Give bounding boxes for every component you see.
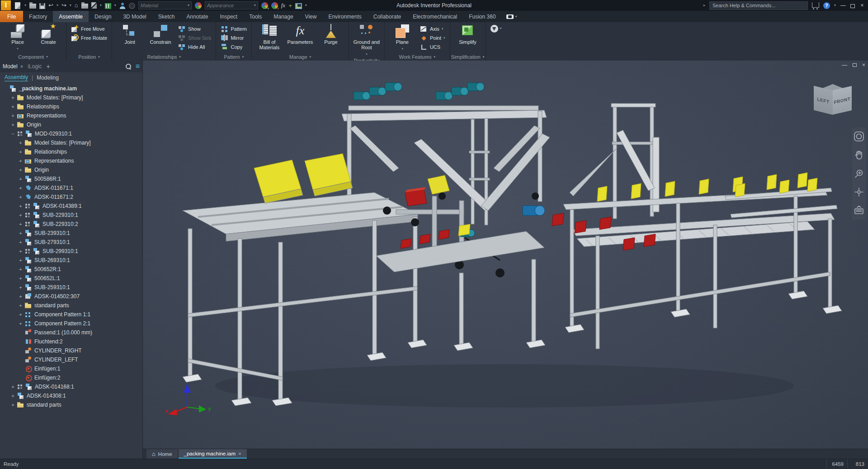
tree-item-sub-239310-1[interactable]: +SUB-239310:1 (2, 229, 142, 238)
doc-restore-icon[interactable] (853, 63, 857, 67)
tree-expander-icon[interactable]: + (18, 204, 23, 209)
tree-item-standard-parts[interactable]: +standard parts (2, 301, 142, 310)
ribbon-tab-environments[interactable]: Environments (322, 11, 367, 22)
help-dropdown-icon[interactable]: ▾ (834, 2, 836, 9)
browser-menu-icon[interactable]: ≡ (136, 64, 140, 69)
undo-icon[interactable]: ↩ (48, 2, 53, 9)
panel-label[interactable]: Work Features▾ (385, 53, 450, 61)
purge-button[interactable]: Purge (316, 23, 346, 45)
free-move-button[interactable]: Free Move (69, 24, 109, 33)
window-close-button[interactable]: × (859, 2, 865, 9)
tree-expander-icon[interactable]: + (18, 159, 23, 164)
ground-and-root-button[interactable]: Ground and Root▾ (352, 23, 382, 58)
tree-expander-icon[interactable]: + (18, 150, 23, 155)
panel-label[interactable]: Component▾ (0, 53, 66, 61)
constrain-button[interactable]: Constrain (146, 23, 175, 45)
ribbon-tab-design[interactable]: Design (89, 11, 117, 22)
home-view-icon[interactable]: ⌂ (75, 2, 78, 9)
tree-item-standard-parts[interactable]: +standard parts (2, 400, 142, 409)
tree-expander-icon[interactable]: + (18, 177, 23, 182)
open-from-vault-icon[interactable] (81, 4, 88, 9)
tree-item-cylinder-left[interactable]: CYLINDER_LEFT (2, 355, 142, 364)
new-file-dropdown-icon[interactable]: ▾ (24, 2, 26, 9)
copy-button[interactable]: Copy (219, 42, 248, 51)
bill-of-materials-button[interactable]: Bill of Materials (255, 23, 284, 50)
window-minimize-button[interactable]: — (840, 2, 846, 9)
tree-expander-icon[interactable]: + (10, 394, 15, 399)
panel-label[interactable]: Relationships▾ (112, 53, 216, 61)
mode-assembly[interactable]: Assembly (5, 74, 28, 81)
presence-icon[interactable] (119, 3, 126, 9)
switch-window-icon[interactable] (295, 3, 302, 9)
tree-item-sub-229310-1[interactable]: +SUB-229310:1 (2, 211, 142, 220)
mirror-button[interactable]: Mirror (219, 33, 248, 42)
simplify-button[interactable]: Simplify (453, 23, 483, 45)
tree-item-sub-269310-1[interactable]: +SUB-269310:1 (2, 256, 142, 265)
tree-expander-icon[interactable]: + (18, 195, 23, 200)
doc-close-icon[interactable]: × (862, 62, 865, 68)
tree-item-adsk-014502-307[interactable]: +ADSK-014502:307 (2, 292, 142, 301)
viewcube-front-face[interactable]: FRONT (833, 86, 852, 115)
tree-expander-icon[interactable]: + (10, 95, 15, 100)
clear-appearance-icon[interactable] (271, 2, 278, 9)
3d-viewport[interactable]: — × (143, 61, 868, 449)
undo-dropdown-icon[interactable]: ▾ (57, 2, 58, 9)
hide-all-button[interactable]: Hide All (176, 42, 213, 51)
marking-menu-dropdown-icon[interactable]: ▾ (500, 25, 502, 32)
tree-expander-icon[interactable]: + (18, 312, 23, 317)
tree-item-origin[interactable]: +Origin (2, 165, 142, 174)
tree-expander-icon[interactable]: + (18, 258, 23, 263)
doc-tab--packing-machine-iam[interactable]: _packing machine.iam× (179, 449, 247, 459)
tree-item-sub-259310-1[interactable]: +SUB-259310:1 (2, 283, 142, 292)
panel-label[interactable]: Simplification▾ (450, 53, 486, 61)
parameters-qat-icon[interactable]: fx (281, 2, 285, 9)
viewcube-left-face[interactable]: LEFT (814, 86, 833, 115)
tree-expander-icon[interactable]: + (18, 186, 23, 191)
add-qat-icon[interactable]: + (288, 2, 292, 9)
store-cart-icon[interactable] (812, 2, 819, 8)
viewcube[interactable]: LEFT FRONT (811, 84, 854, 119)
dropdown-icon[interactable]: ▾ (17, 45, 19, 52)
tree-expander-icon[interactable]: + (18, 294, 23, 299)
look-at-icon[interactable] (854, 205, 864, 216)
tree-item-cylinder-right[interactable]: CYLINDER_RIGHT (2, 346, 142, 355)
tree-item-representations[interactable]: +Representations (2, 156, 142, 165)
measure-dropdown-icon[interactable]: ▾ (114, 2, 116, 9)
ribbon-tab-collaborate[interactable]: Collaborate (368, 11, 407, 22)
tree-item-relationships[interactable]: +Relationships (2, 147, 142, 156)
ribbon-tab-inspect[interactable]: Inspect (214, 11, 244, 22)
plane-button[interactable]: Plane▾ (387, 23, 417, 52)
navigation-wheel-icon[interactable] (854, 131, 864, 142)
search-expand-icon[interactable]: ▸ (703, 2, 705, 9)
tree-expander-icon[interactable]: + (18, 141, 23, 145)
browser-search-icon[interactable] (126, 64, 131, 69)
inventor-logo-icon[interactable]: I (1, 0, 11, 10)
tree-item-sub-279310-1[interactable]: +SUB-279310:1 (2, 238, 142, 247)
tree-expander-icon[interactable]: + (10, 104, 15, 109)
ribbon-tab-fusion-360[interactable]: Fusion 360 (463, 11, 501, 22)
panel-label[interactable]: Manage▾ (252, 53, 349, 61)
redo-icon[interactable]: ↪ (61, 2, 66, 9)
tree-item-500652r-1[interactable]: +500652R:1 (2, 265, 142, 274)
navigation-wheel-qat-icon[interactable] (129, 3, 135, 9)
tree-item-einf-gen-2[interactable]: Einfügen:2 (2, 373, 142, 382)
tree-expander-icon[interactable]: + (18, 303, 23, 308)
window-restore-button[interactable] (850, 4, 855, 8)
tree-item-model-states-primary-[interactable]: +Model States: [Primary] (2, 138, 142, 147)
panel-label[interactable]: Position▾ (66, 53, 112, 61)
ribbon-tab-factory[interactable]: Factory (23, 11, 53, 22)
ribbon-tab-electromechanical[interactable]: Electromechanical (407, 11, 463, 22)
mode-modeling[interactable]: Modeling (37, 75, 59, 81)
dropdown-icon[interactable]: ▾ (442, 25, 443, 33)
orbit-icon[interactable] (854, 187, 864, 197)
machine-3d-model[interactable] (143, 61, 868, 449)
tree-item-sub-299310-1[interactable]: +SUB-299310:1 (2, 247, 142, 256)
tree-item-500586r-1[interactable]: +500586R:1 (2, 174, 142, 183)
free-rotate-button[interactable]: Free Rotate (69, 33, 109, 42)
tree-item-fluchtend-2[interactable]: Fluchtend:2 (2, 337, 142, 346)
marking-menu-icon[interactable] (491, 25, 498, 33)
tree-expander-icon[interactable]: + (18, 168, 23, 173)
tree-item-relationships[interactable]: +Relationships (2, 102, 142, 111)
tree-item-adsk-011671-2[interactable]: +ADSK-011671:2 (2, 192, 142, 202)
help-search-input[interactable]: Search Help & Commands... (709, 1, 808, 10)
